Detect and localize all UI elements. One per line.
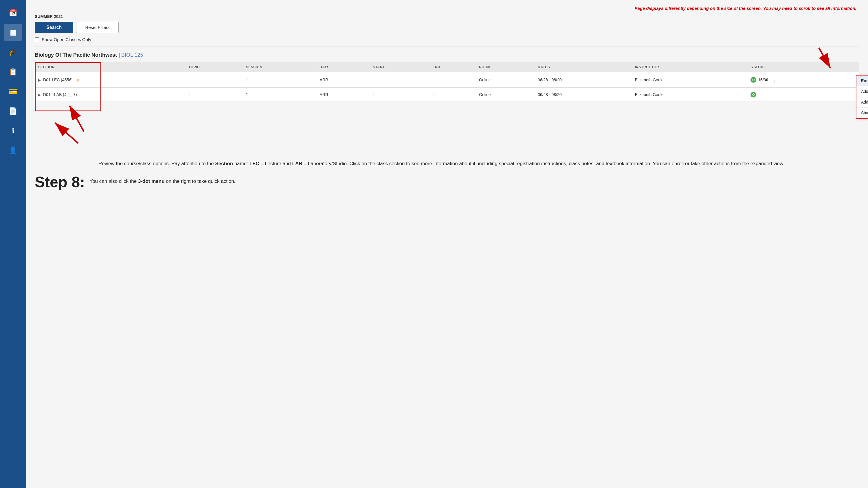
expand-arrow-2[interactable]: ▶	[38, 93, 41, 97]
search-row: Search Reset Filters	[35, 22, 859, 33]
dates-cell-2: 06/28 - 08/20	[534, 88, 631, 102]
step-8-block: Step 8: You can also click the 3-dot men…	[35, 174, 859, 190]
sidebar-item-calendar[interactable]: 📅	[4, 4, 22, 22]
status-badge-1: O	[750, 77, 756, 83]
dropdown-item-share[interactable]: Share	[857, 108, 868, 118]
section-name-1: D01-LEC (4556)	[43, 77, 73, 82]
col-room: ROOM	[475, 62, 534, 72]
col-start: START	[369, 62, 429, 72]
sidebar-item-card[interactable]: 💳	[4, 83, 22, 100]
sidebar-item-doc[interactable]: 📄	[4, 102, 22, 120]
step-8-label: Step 8:	[35, 174, 85, 190]
end-cell-1: -	[429, 72, 475, 88]
col-status: STATUS	[747, 62, 859, 72]
step-8-description: You can also click the 3-dot menu on the…	[89, 174, 235, 186]
col-dates: DATES	[534, 62, 631, 72]
svg-line-1	[69, 106, 84, 132]
status-cell-2: O	[747, 88, 859, 102]
col-days: DAYS	[316, 62, 369, 72]
page-wrapper: 📅 ▦ 🎓 📋 💳 📄 ℹ 👤 Page displays differentl…	[0, 0, 868, 488]
annotation-text: Review the course/class options. Pay att…	[35, 160, 859, 167]
course-name: Biology Of The Pacific Northwest	[35, 52, 117, 58]
status-cell-1: O 15/30 ⋮ Enroll Add to Cart Add to Plan…	[747, 72, 859, 88]
start-cell-2: -	[369, 88, 429, 102]
bold-lab: LAB	[292, 161, 303, 166]
sidebar-item-person[interactable]: 👤	[4, 142, 22, 159]
col-instructor: INSTRUCTOR	[631, 62, 747, 72]
arrow-annotation-2	[49, 100, 107, 146]
status-content-1: O 15/30 ⋮ Enroll Add to Cart Add to Plan…	[750, 76, 856, 83]
days-cell-1: ARR	[316, 72, 369, 88]
show-open-classes-row: Show Open Classes Only	[35, 37, 859, 42]
topic-cell-2: -	[185, 88, 242, 102]
dropdown-item-add-to-cart[interactable]: Add to Cart	[857, 86, 868, 97]
dropdown-menu-1: Enroll Add to Cart Add to Planner Share	[856, 75, 868, 119]
status-content-2: O	[750, 92, 856, 97]
section-divider	[35, 46, 859, 47]
course-title: Biology Of The Pacific Northwest | BIOL …	[35, 52, 859, 58]
status-badge-2: O	[750, 92, 756, 97]
classes-table: SECTION TOPIC SESSION DAYS START END ROO…	[35, 62, 859, 102]
notice-text: Page displays differently depending on t…	[634, 6, 857, 11]
search-button[interactable]: Search	[35, 22, 73, 33]
main-content: Page displays differently depending on t…	[26, 0, 868, 488]
course-separator: |	[118, 52, 121, 58]
course-code: BIOL 125	[121, 52, 143, 58]
sidebar: 📅 ▦ 🎓 📋 💳 📄 ℹ 👤	[0, 0, 26, 488]
svg-line-3	[55, 123, 78, 143]
col-end: END	[429, 62, 475, 72]
section-cell-2[interactable]: ▶ D01L-LAB (4___7)	[35, 88, 185, 102]
dates-cell-1: 06/28 - 08/20	[534, 72, 631, 88]
section-name-2: D01L-LAB (4___7)	[43, 92, 77, 97]
table-row[interactable]: ▶ D01-LEC (4556) ⊞ - 1 ARR - - Online 06…	[35, 72, 859, 88]
col-session: SESSION	[243, 62, 316, 72]
bold-lec: LEC	[249, 161, 259, 166]
bold-3dot: 3-dot menu	[138, 178, 165, 184]
term-label: SUMMER 2021	[35, 14, 859, 19]
session-cell-1: 1	[243, 72, 316, 88]
expand-arrow-1[interactable]: ▶	[38, 78, 41, 82]
start-cell-1: -	[369, 72, 429, 88]
room-cell-1: Online	[475, 72, 534, 88]
table-header-row: SECTION TOPIC SESSION DAYS START END ROO…	[35, 62, 859, 72]
sidebar-item-info[interactable]: ℹ	[4, 122, 22, 139]
end-cell-2: -	[429, 88, 475, 102]
instructor-cell-2: Elizabeth Goulet	[631, 88, 747, 102]
three-dot-button-1[interactable]: ⋮	[770, 76, 779, 83]
sidebar-item-graduation[interactable]: 🎓	[4, 43, 22, 61]
show-open-classes-label[interactable]: Show Open Classes Only	[42, 37, 91, 42]
section-cell-1[interactable]: ▶ D01-LEC (4556) ⊞	[35, 72, 185, 88]
session-cell-2: 1	[243, 88, 316, 102]
show-open-classes-checkbox[interactable]	[35, 37, 39, 42]
col-section: SECTION	[35, 62, 185, 72]
notice-bar: Page displays differently depending on t…	[35, 6, 859, 11]
dropdown-item-add-to-planner[interactable]: Add to Planner	[857, 97, 868, 108]
days-cell-2: ARR	[316, 88, 369, 102]
bold-section: Section	[215, 161, 233, 166]
room-cell-2: Online	[475, 88, 534, 102]
table-row[interactable]: ▶ D01L-LAB (4___7) - 1 ARR - - Online 06…	[35, 88, 859, 102]
grid-icon-1[interactable]: ⊞	[75, 77, 79, 82]
sidebar-item-grid[interactable]: ▦	[4, 24, 22, 41]
table-region: SECTION TOPIC SESSION DAYS START END ROO…	[35, 62, 859, 102]
dropdown-item-enroll[interactable]: Enroll	[857, 75, 868, 86]
reset-button[interactable]: Reset Filters	[76, 22, 118, 33]
col-topic: TOPIC	[185, 62, 242, 72]
topic-cell-1: -	[185, 72, 242, 88]
instructor-cell-1: Elizabeth Goulet	[631, 72, 747, 88]
sidebar-item-copy[interactable]: 📋	[4, 63, 22, 80]
status-text-1: 15/30	[758, 77, 768, 82]
